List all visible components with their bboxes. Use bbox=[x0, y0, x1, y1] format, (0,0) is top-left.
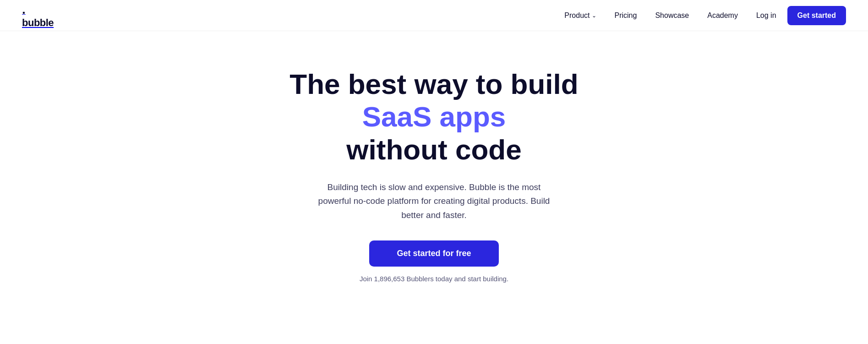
nav-pricing-label: Pricing bbox=[615, 11, 637, 20]
logo[interactable]: .bubble bbox=[22, 2, 54, 29]
hero-social-proof: Join 1,896,653 Bubblers today and start … bbox=[360, 275, 508, 283]
nav-item-product[interactable]: Product ⌄ bbox=[557, 8, 603, 23]
nav-item-showcase[interactable]: Showcase bbox=[648, 8, 696, 23]
login-button[interactable]: Log in bbox=[749, 8, 784, 23]
navbar: .bubble Product ⌄ Pricing Showcase Acade… bbox=[0, 0, 868, 31]
chevron-down-icon: ⌄ bbox=[592, 12, 596, 19]
hero-title-line1: The best way to build bbox=[289, 68, 578, 100]
nav-showcase-label: Showcase bbox=[655, 11, 689, 20]
hero-cta-button[interactable]: Get started for free bbox=[369, 240, 498, 267]
hero-title-line2: without code bbox=[346, 134, 521, 165]
nav-academy-label: Academy bbox=[707, 11, 738, 20]
hero-section: The best way to build SaaS apps without … bbox=[0, 31, 868, 310]
logo-dot: . bbox=[22, 2, 26, 16]
nav-item-pricing[interactable]: Pricing bbox=[607, 8, 644, 23]
nav-item-academy[interactable]: Academy bbox=[700, 8, 745, 23]
hero-title-highlight: SaaS apps bbox=[289, 100, 578, 133]
hero-title: The best way to build SaaS apps without … bbox=[289, 68, 578, 166]
hero-subtitle: Building tech is slow and expensive. Bub… bbox=[315, 180, 553, 222]
nav-links: Product ⌄ Pricing Showcase Academy Log i… bbox=[557, 6, 846, 25]
nav-get-started-button[interactable]: Get started bbox=[787, 6, 846, 25]
nav-product-label: Product bbox=[564, 11, 590, 20]
logo-text: bubble bbox=[22, 17, 54, 29]
